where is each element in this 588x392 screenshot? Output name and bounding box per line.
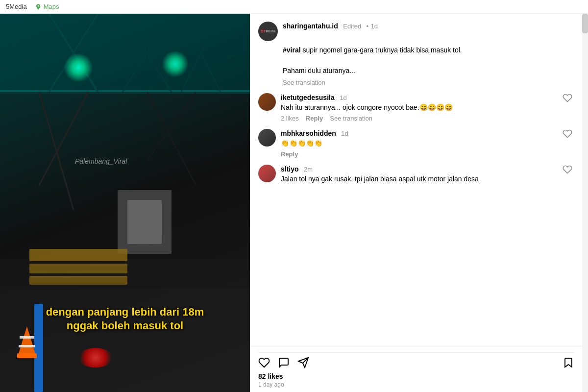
post-time: 1d [371,23,378,30]
video-background: Palembang_Viral dengan panjang lebih dar… [0,14,250,392]
likes-count: 82 likes [258,372,574,380]
comment-1-time: 1d [340,94,346,101]
comment-button[interactable] [278,357,290,368]
svg-rect-19 [29,276,127,285]
post-avatar: ST Media [258,22,278,41]
green-light-right [162,50,189,77]
comment-2-time: 1d [341,130,348,137]
svg-rect-16 [127,200,162,244]
comment-1-likes: 2 likes [281,115,299,122]
comment-2-actions: Reply [281,150,558,158]
main-content: Palembang_Viral dengan panjang lebih dar… [0,14,588,392]
post-username[interactable]: sharingantahu.id [283,22,338,30]
post-separator: • [367,23,369,30]
traffic-cone [15,326,39,363]
bookmark-button[interactable] [563,357,574,368]
post-date: 1 day ago [258,381,574,388]
comment-3-heart[interactable] [563,165,572,176]
comment-1-text: Nah itu aturannya... ojok congore nyocot… [281,102,558,113]
comment-1-see-translation[interactable]: See translation [330,115,372,122]
svg-rect-21 [17,353,37,358]
comments-panel: ST Media sharingantahu.id Edited • 1d #v… [250,14,588,392]
comment-2-body: mbhkarsohidden 1d 👏👏👏👏👏 Reply [281,129,558,158]
green-light-left [64,53,93,82]
post-see-translation[interactable]: See translation [258,79,572,86]
svg-rect-18 [29,264,127,273]
video-watermark: Palembang_Viral [75,157,127,165]
action-divider [258,352,574,353]
comment-3-time: 2m [304,166,313,173]
top-bar: 5Media Maps [0,0,588,14]
post-hashtag: #viral [283,46,301,54]
comment-2-avatar [258,129,276,147]
comment-2-heart[interactable] [563,129,572,141]
svg-rect-23 [19,345,35,347]
comment-3-username[interactable]: sltiyo [281,165,299,173]
video-subtitle: dengan panjang lebih dari 18m nggak bole… [42,305,208,333]
red-light [78,348,113,368]
comment-3-text: Jalan tol nya gak rusak, tpi jalan biasa… [281,174,558,184]
action-bar: 82 likes 1 day ago [250,346,582,392]
comment-2-text: 👏👏👏👏👏 [281,138,558,148]
share-button[interactable] [297,357,309,368]
post-header: ST Media sharingantahu.id Edited • 1d [258,22,572,41]
comment-1-username[interactable]: iketutgedesusila [281,94,335,101]
comment-2: mbhkarsohidden 1d 👏👏👏👏👏 Reply [258,129,572,158]
scrollbar[interactable] [582,14,588,392]
comment-1-reply[interactable]: Reply [306,115,323,122]
comment-3-avatar [258,165,276,182]
comment-1-avatar [258,93,276,111]
comment-2-reply[interactable]: Reply [281,150,298,158]
comment-1-heart[interactable] [563,93,572,105]
maps-label[interactable]: Maps [35,3,59,10]
comment-1-body: iketutgedesusila 1d Nah itu aturannya...… [281,93,558,122]
post-caption-text2: Pahami dulu aturanya... [283,67,355,74]
svg-rect-1 [0,14,250,92]
video-panel: Palembang_Viral dengan panjang lebih dar… [0,14,250,392]
comment-1-actions: 2 likes Reply See translation [281,115,558,122]
comment-3: sltiyo 2m Jalan tol nya gak rusak, tpi j… [258,165,572,184]
action-icons [258,357,574,368]
comment-3-body: sltiyo 2m Jalan tol nya gak rusak, tpi j… [281,165,558,184]
comments-inner: ST Media sharingantahu.id Edited • 1d #v… [250,14,582,346]
svg-rect-17 [29,249,127,261]
media-label: 5Media [6,3,27,10]
like-button[interactable] [258,357,270,368]
post-meta: sharingantahu.id Edited • 1d [283,22,572,30]
post-edited: Edited [343,23,361,30]
svg-rect-22 [20,336,34,339]
post-caption: #viral supir ngomel gara-gara truknya ti… [258,45,572,76]
post-caption-text1: supir ngomel gara-gara truknya tidak bis… [301,46,462,54]
comment-2-username[interactable]: mbhkarsohidden [281,129,336,137]
comment-1: iketutgedesusila 1d Nah itu aturannya...… [258,93,572,122]
scrollbar-thumb[interactable] [582,14,588,33]
